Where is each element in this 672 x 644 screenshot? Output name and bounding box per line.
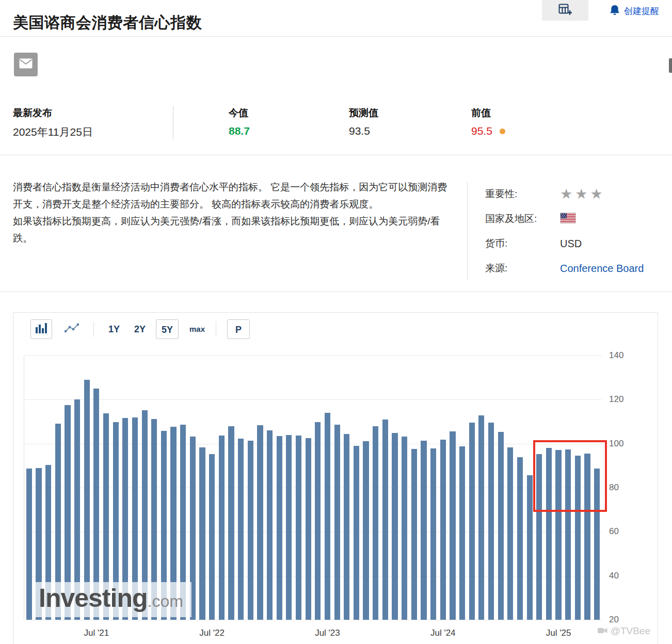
chart-bar[interactable] — [296, 436, 301, 620]
divider — [467, 182, 468, 281]
previous-label: 前值 — [471, 106, 505, 120]
gridline — [24, 488, 602, 488]
gridline — [24, 399, 602, 400]
latest-release-label: 最新发布 — [13, 106, 93, 120]
y-axis-label: 20 — [609, 615, 619, 625]
source-link[interactable]: Conference Board — [560, 263, 644, 275]
importance-stars-icon: ★★★ — [560, 187, 605, 201]
currency-label: 货币: — [485, 237, 560, 250]
investing-logo-suffix: .com — [147, 592, 183, 611]
divider — [93, 321, 94, 337]
create-alert-label: 创建提醒 — [624, 5, 659, 17]
chart-bar[interactable] — [219, 436, 225, 620]
country-label: 国家及地区: — [485, 212, 560, 226]
range-5y-button[interactable]: 5Y — [156, 319, 179, 339]
chart-bar[interactable] — [421, 441, 426, 620]
chart-bar[interactable] — [344, 434, 349, 620]
chart-bar[interactable] — [517, 457, 523, 620]
chart-bar[interactable] — [411, 449, 417, 620]
range-1y-button[interactable]: 1Y — [102, 319, 126, 339]
clipped-edge-icon[interactable] — [669, 58, 672, 73]
currency-row: 货币: USD — [485, 231, 671, 256]
chart-bar[interactable] — [392, 433, 397, 620]
us-flag-icon — [560, 213, 576, 226]
page-title: 美国谘商会消费者信心指数 — [13, 12, 202, 34]
actual-label: 今值 — [229, 106, 250, 120]
indicator-description: 消费者信心指数是衡量经济活动中消费者信心水平的指标。 它是一个领先指标，因为它可… — [13, 179, 451, 247]
chart-bar[interactable] — [382, 420, 388, 620]
chart-bar[interactable] — [209, 454, 215, 620]
line-chart-type-button[interactable] — [61, 319, 83, 339]
email-button[interactable] — [14, 53, 38, 76]
chart-bar[interactable] — [315, 422, 321, 620]
y-axis-label: 80 — [609, 482, 619, 493]
source-label: 来源: — [485, 262, 560, 275]
chart-bar[interactable] — [440, 440, 446, 620]
chart-bar[interactable] — [527, 475, 533, 620]
bell-icon — [610, 5, 620, 18]
importance-row: 重要性: ★★★ — [485, 182, 671, 206]
chart-bar[interactable] — [306, 438, 311, 620]
chart-bar[interactable] — [325, 413, 330, 620]
forecast-label: 预测值 — [349, 106, 378, 120]
camera-icon — [598, 625, 607, 637]
chart-bar[interactable] — [450, 431, 455, 620]
recent-data-highlight-box — [533, 440, 607, 512]
gridline — [24, 620, 602, 620]
chart-card: 1Y 2Y 5Y max P Investing .com 1401201008… — [13, 312, 658, 644]
actual-block: 今值 88.7 — [229, 106, 250, 137]
y-axis-label: 100 — [609, 439, 623, 449]
chart-bar[interactable] — [459, 446, 465, 620]
forecast-value: 93.5 — [349, 125, 378, 137]
chart-bar[interactable] — [248, 441, 253, 620]
chart-bar[interactable] — [199, 447, 205, 620]
chart-bar[interactable] — [267, 430, 273, 620]
percent-mode-button[interactable]: P — [227, 319, 250, 339]
currency-value: USD — [560, 238, 582, 250]
investing-logo-text: Investing — [39, 583, 147, 613]
chart-bar[interactable] — [469, 423, 475, 620]
chart-bar[interactable] — [238, 439, 244, 620]
range-max-button[interactable]: max — [184, 319, 211, 339]
y-axis-label: 120 — [609, 394, 623, 405]
chart-bar[interactable] — [478, 415, 484, 620]
x-axis-label: Jul '25 — [546, 628, 571, 638]
chart-bar[interactable] — [507, 447, 513, 620]
previous-block: 前值 95.5 — [471, 106, 505, 137]
chart-bar[interactable] — [363, 441, 369, 620]
chart-bar[interactable] — [228, 426, 234, 620]
divider — [0, 292, 672, 292]
gridline — [24, 532, 602, 532]
chart-bar[interactable] — [498, 432, 504, 620]
chart-bar[interactable] — [430, 448, 436, 620]
divider — [0, 36, 672, 37]
chart-bar[interactable] — [373, 426, 378, 620]
y-axis-label: 60 — [609, 526, 619, 537]
bar-chart-type-button[interactable] — [30, 319, 52, 339]
chart-bar[interactable] — [26, 469, 32, 620]
tvbee-credit-text: @TVBee — [611, 625, 650, 637]
divider — [173, 106, 173, 139]
chart-bar[interactable] — [354, 446, 359, 620]
x-axis-label: Jul '22 — [199, 628, 225, 638]
y-axis-label: 140 — [609, 350, 623, 361]
tvbee-watermark: @TVBee — [598, 625, 650, 637]
envelope-icon — [19, 58, 33, 71]
x-axis-label: Jul '21 — [84, 628, 109, 638]
chart-bar[interactable] — [402, 437, 407, 620]
divider — [0, 155, 672, 155]
calendar-add-icon — [558, 3, 572, 18]
chart-bar[interactable] — [286, 435, 292, 620]
export-to-calendar-button[interactable] — [542, 0, 588, 21]
gridline — [24, 444, 602, 444]
x-axis-label: Jul '23 — [315, 628, 340, 638]
create-alert-button[interactable]: 创建提醒 — [610, 5, 659, 18]
chart-bar[interactable] — [334, 425, 340, 620]
chart-bar[interactable] — [257, 425, 263, 620]
range-2y-button[interactable]: 2Y — [128, 319, 152, 339]
revision-dot-icon — [500, 128, 505, 134]
actual-value: 88.7 — [229, 125, 250, 137]
chart-bar[interactable] — [488, 423, 494, 620]
chart-bar[interactable] — [277, 436, 282, 620]
gridline — [24, 356, 602, 356]
